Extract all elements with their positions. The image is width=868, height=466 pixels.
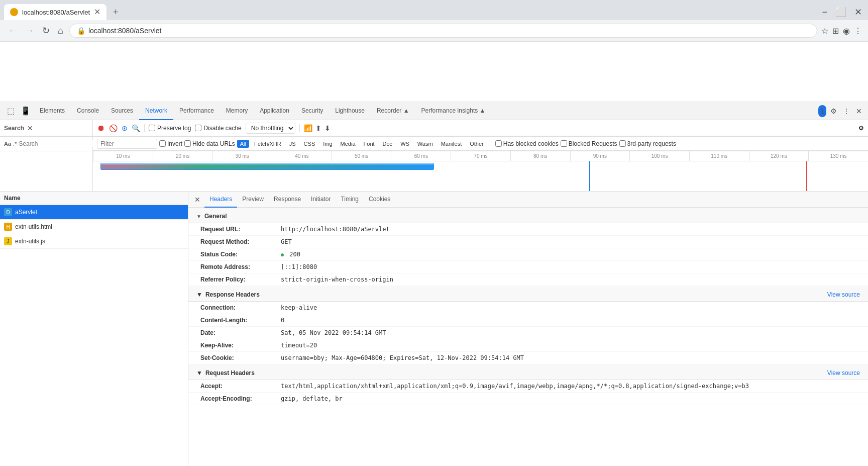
filter-media[interactable]: Media xyxy=(338,140,359,148)
filter-img[interactable]: Img xyxy=(320,140,335,148)
devtools-more-icon[interactable]: ⋮ xyxy=(841,105,852,117)
filter-fetch-xhr[interactable]: Fetch/XHR xyxy=(251,140,284,148)
details-tab-headers[interactable]: Headers xyxy=(204,192,237,208)
request-headers-section-header: ▼ Request Headers View source xyxy=(188,364,868,380)
has-blocked-cookies-label[interactable]: Has blocked cookies xyxy=(495,140,559,147)
restore-icon[interactable]: ⬜ xyxy=(833,5,848,20)
settings-icon[interactable]: ⚙ xyxy=(828,105,839,117)
search-close-button[interactable]: ✕ xyxy=(27,124,33,132)
disable-cache-label[interactable]: Disable cache xyxy=(195,125,241,132)
forward-button[interactable]: → xyxy=(23,24,36,38)
details-tab-preview[interactable]: Preview xyxy=(237,192,269,208)
filter-manifest[interactable]: Manifest xyxy=(438,140,465,148)
close-window-icon[interactable]: ✕ xyxy=(852,5,864,20)
tick-30ms: 30 ms xyxy=(212,151,272,161)
select-element-icon[interactable]: ⬚ xyxy=(4,104,18,118)
third-party-checkbox[interactable] xyxy=(619,140,626,147)
invert-label[interactable]: Invert xyxy=(159,140,182,147)
tab-memory[interactable]: Memory xyxy=(220,102,254,120)
tab-console[interactable]: Console xyxy=(71,102,105,120)
preserve-log-label[interactable]: Preserve log xyxy=(149,125,191,132)
response-headers-view-source[interactable]: View source xyxy=(827,291,860,298)
network-panel: Search ✕ ⏺ 🚫 ⊛ 🔍 Preserve log Disable ca… xyxy=(0,120,868,466)
status-code-value: 200 xyxy=(289,251,300,258)
download-icon[interactable]: ⬇ xyxy=(324,124,331,132)
tab-sources[interactable]: Sources xyxy=(105,102,139,120)
details-tab-response[interactable]: Response xyxy=(269,192,306,208)
details-close-button[interactable]: ✕ xyxy=(192,194,202,206)
hide-data-urls-label[interactable]: Hide data URLs xyxy=(184,140,235,147)
response-headers-section-header: ▼ Response Headers View source xyxy=(188,286,868,302)
main-content-area: Name D aServlet H extn-utils.html J extn… xyxy=(0,192,868,466)
tab-performance-insights[interactable]: Performance insights ▲ xyxy=(415,102,492,120)
separator-1 xyxy=(144,124,145,132)
window-controls: − ⬜ ✕ xyxy=(820,5,864,20)
more-icon[interactable]: ⋮ xyxy=(854,26,862,36)
blocked-requests-label[interactable]: Blocked Requests xyxy=(561,140,617,147)
invert-checkbox[interactable] xyxy=(159,140,166,147)
timeline-bars xyxy=(93,161,868,191)
details-tab-timing[interactable]: Timing xyxy=(336,192,364,208)
filter-other[interactable]: Other xyxy=(467,140,487,148)
disable-cache-checkbox[interactable] xyxy=(195,125,201,131)
profile-icon[interactable]: ◉ xyxy=(843,26,850,36)
issues-badge[interactable]: 1 xyxy=(818,105,826,117)
filter-css[interactable]: CSS xyxy=(301,140,318,148)
blocked-requests-checkbox[interactable] xyxy=(561,140,567,147)
request-headers-toggle-icon[interactable]: ▼ xyxy=(196,369,202,377)
throttle-select[interactable]: No throttling xyxy=(246,123,295,134)
extensions-icon[interactable]: ⊞ xyxy=(832,26,839,36)
tab-security[interactable]: Security xyxy=(295,102,329,120)
filter-js[interactable]: JS xyxy=(286,140,299,148)
reload-button[interactable]: ↻ xyxy=(40,23,52,38)
response-headers-toggle-icon[interactable]: ▼ xyxy=(196,291,202,298)
search-input[interactable] xyxy=(19,140,94,147)
settings-icon-right[interactable]: ⚙ xyxy=(858,125,864,132)
minimize-icon[interactable]: − xyxy=(820,5,829,20)
file-item-extn-utils-html[interactable]: H extn-utils.html xyxy=(0,220,188,234)
bookmark-icon[interactable]: ☆ xyxy=(821,26,828,36)
filter-separator xyxy=(491,140,491,148)
back-button[interactable]: ← xyxy=(6,24,19,38)
active-tab[interactable]: localhost:8080/aServlet ✕ xyxy=(4,4,106,20)
device-toolbar-icon[interactable]: 📱 xyxy=(18,104,34,118)
hide-data-urls-checkbox[interactable] xyxy=(184,140,191,147)
filter-font[interactable]: Font xyxy=(361,140,378,148)
file-item-extn-utils-js[interactable]: J extn-utils.js xyxy=(0,234,188,249)
filter-input[interactable] xyxy=(97,139,157,149)
has-blocked-cookies-checkbox[interactable] xyxy=(495,140,502,147)
filter-all[interactable]: All xyxy=(237,140,249,148)
filter-icon[interactable]: ⊛ xyxy=(122,124,128,132)
general-toggle-icon[interactable]: ▼ xyxy=(196,214,201,219)
preserve-log-checkbox[interactable] xyxy=(149,125,155,131)
file-item-aservlet[interactable]: D aServlet xyxy=(0,205,188,220)
tab-network[interactable]: Network xyxy=(139,102,173,120)
regex-icon[interactable]: .* xyxy=(13,141,17,147)
file-list-header: Name xyxy=(0,192,188,205)
tab-lighthouse[interactable]: Lighthouse xyxy=(329,102,371,120)
address-input-container[interactable]: 🔒 localhost:8080/aServlet xyxy=(69,24,817,38)
third-party-label[interactable]: 3rd-party requests xyxy=(619,140,676,147)
record-button[interactable]: ⏺ xyxy=(97,124,105,133)
request-headers-view-source[interactable]: View source xyxy=(827,369,860,377)
clear-button[interactable]: 🚫 xyxy=(109,124,118,132)
tab-elements[interactable]: Elements xyxy=(34,102,71,120)
page-content xyxy=(0,42,868,102)
filter-ws[interactable]: WS xyxy=(397,140,412,148)
wifi-icon[interactable]: 📶 xyxy=(304,124,312,132)
tab-close-button[interactable]: ✕ xyxy=(94,8,100,16)
filter-wasm[interactable]: Wasm xyxy=(414,140,436,148)
tab-recorder[interactable]: Recorder ▲ xyxy=(371,102,415,120)
upload-icon[interactable]: ⬆ xyxy=(315,124,321,132)
home-button[interactable]: ⌂ xyxy=(56,24,65,38)
tab-performance[interactable]: Performance xyxy=(173,102,220,120)
details-tab-cookies[interactable]: Cookies xyxy=(364,192,395,208)
close-devtools-icon[interactable]: ✕ xyxy=(854,105,864,117)
details-tab-initiator[interactable]: Initiator xyxy=(306,192,336,208)
search-icon[interactable]: 🔍 xyxy=(132,124,140,132)
tab-application[interactable]: Application xyxy=(254,102,295,120)
general-section-header: ▼ General xyxy=(188,208,868,223)
new-tab-button[interactable]: + xyxy=(108,5,123,19)
filter-doc[interactable]: Doc xyxy=(380,140,396,148)
file-name-aservlet: aServlet xyxy=(15,209,37,216)
